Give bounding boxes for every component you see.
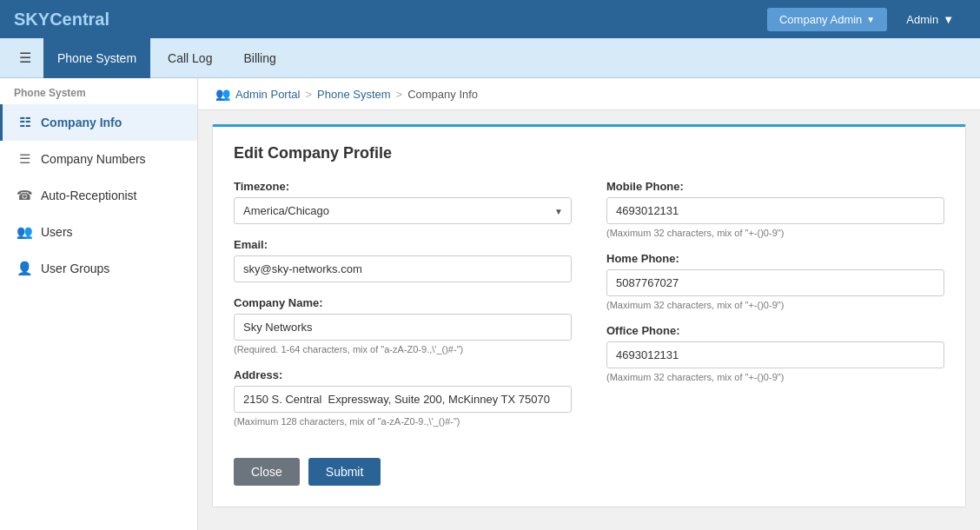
close-button[interactable]: Close (234, 458, 300, 486)
home-phone-label: Home Phone: (606, 252, 944, 265)
timezone-select-wrapper: America/Chicago (234, 197, 572, 224)
tab-billing[interactable]: Billing (229, 38, 289, 78)
admin-caret-icon: ▼ (943, 13, 954, 26)
company-name-label: Company Name: (234, 296, 572, 309)
company-admin-caret-icon: ▼ (866, 15, 875, 24)
mobile-phone-input[interactable] (606, 197, 944, 224)
sidebar-label-user-groups: User Groups (41, 262, 109, 275)
timezone-select[interactable]: America/Chicago (234, 197, 572, 224)
breadcrumb-current: Company Info (407, 88, 478, 101)
main-content: 👥 Admin Portal > Phone System > Company … (198, 78, 980, 530)
company-name-input[interactable] (234, 314, 572, 341)
breadcrumb-phone-system[interactable]: Phone System (317, 88, 391, 101)
company-name-hint: (Required. 1-64 characters, mix of "a-zA… (234, 344, 572, 354)
sidebar: Phone System ☷ Company Info ☰ Company Nu… (0, 78, 198, 530)
list-icon: ☰ (17, 151, 32, 167)
sub-nav: ☰ Phone System Call Log Billing (0, 38, 980, 78)
timezone-label: Timezone: (234, 180, 572, 193)
sidebar-label-company-info: Company Info (41, 116, 122, 129)
user-group-icon: 👤 (17, 261, 32, 276)
home-phone-group: Home Phone: (Maximum 32 characters, mix … (606, 252, 944, 310)
mobile-phone-group: Mobile Phone: (Maximum 32 characters, mi… (606, 180, 944, 238)
admin-button[interactable]: Admin ▼ (894, 8, 966, 31)
form-grid: Timezone: America/Chicago Email: Company… (234, 180, 944, 441)
sidebar-item-user-groups[interactable]: 👤 User Groups (0, 250, 197, 287)
breadcrumb-admin-portal[interactable]: Admin Portal (235, 88, 300, 101)
form-right-col: Mobile Phone: (Maximum 32 characters, mi… (606, 180, 944, 441)
sidebar-item-company-info[interactable]: ☷ Company Info (0, 104, 197, 141)
office-phone-input[interactable] (606, 341, 944, 368)
address-hint: (Maximum 128 characters, mix of "a-zA-Z0… (234, 416, 572, 427)
sidebar-item-company-numbers[interactable]: ☰ Company Numbers (0, 141, 197, 177)
layout: Phone System ☷ Company Info ☰ Company Nu… (0, 78, 980, 530)
tab-call-log[interactable]: Call Log (154, 38, 226, 78)
sidebar-item-auto-receptionist[interactable]: ☎ Auto-Receptionist (0, 177, 197, 214)
users-icon: 👥 (17, 224, 32, 240)
breadcrumb-sep-2: > (396, 88, 403, 101)
mobile-phone-hint: (Maximum 32 characters, mix of "+-()0-9"… (606, 228, 944, 238)
sidebar-item-users[interactable]: 👥 Users (0, 214, 197, 250)
home-phone-hint: (Maximum 32 characters, mix of "+-()0-9"… (606, 300, 944, 310)
top-nav-right: Company Admin ▼ Admin ▼ (767, 8, 966, 31)
breadcrumb: 👥 Admin Portal > Phone System > Company … (198, 78, 980, 110)
home-phone-input[interactable] (606, 269, 944, 296)
email-input[interactable] (234, 255, 572, 282)
email-group: Email: (234, 238, 572, 282)
form-title: Edit Company Profile (234, 144, 944, 162)
admin-portal-icon: 👥 (215, 87, 230, 101)
sidebar-label-company-numbers: Company Numbers (41, 152, 146, 166)
btn-row: Close Submit (234, 458, 944, 486)
address-label: Address: (234, 368, 572, 381)
tab-phone-system[interactable]: Phone System (43, 38, 150, 78)
form-card: Edit Company Profile Timezone: America/C… (212, 124, 966, 507)
hamburger-button[interactable]: ☰ (10, 44, 40, 71)
brand: SKYCentral (14, 10, 109, 30)
timezone-group: Timezone: America/Chicago (234, 180, 572, 224)
address-group: Address: (Maximum 128 characters, mix of… (234, 368, 572, 427)
company-name-group: Company Name: (Required. 1-64 characters… (234, 296, 572, 354)
top-nav: SKYCentral Company Admin ▼ Admin ▼ (0, 0, 980, 38)
company-admin-label: Company Admin (779, 13, 862, 26)
brand-suffix: Central (50, 10, 109, 29)
company-admin-button[interactable]: Company Admin ▼ (767, 8, 887, 31)
headset-icon: ☎ (17, 188, 32, 203)
sidebar-section-label: Phone System (0, 78, 197, 104)
grid-icon: ☷ (17, 115, 32, 130)
form-left-col: Timezone: America/Chicago Email: Company… (234, 180, 572, 441)
admin-label: Admin (906, 13, 938, 26)
brand-prefix: SKY (14, 10, 50, 29)
email-label: Email: (234, 238, 572, 251)
submit-button[interactable]: Submit (308, 458, 381, 486)
address-input[interactable] (234, 386, 572, 413)
office-phone-label: Office Phone: (606, 324, 944, 337)
office-phone-group: Office Phone: (Maximum 32 characters, mi… (606, 324, 944, 382)
sidebar-label-auto-receptionist: Auto-Receptionist (41, 189, 137, 202)
office-phone-hint: (Maximum 32 characters, mix of "+-()0-9"… (606, 372, 944, 382)
mobile-phone-label: Mobile Phone: (606, 180, 944, 193)
breadcrumb-sep-1: > (305, 88, 312, 101)
sidebar-label-users: Users (41, 225, 73, 239)
